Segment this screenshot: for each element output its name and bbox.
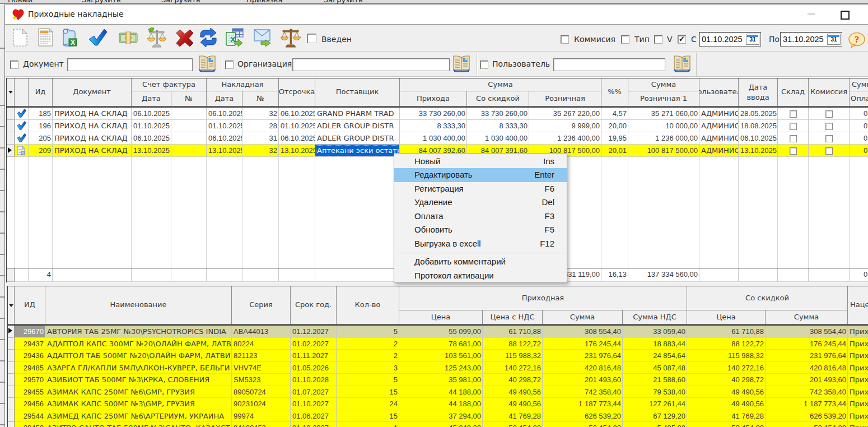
cell-summa[interactable]: 201 493,60: [543, 374, 623, 386]
cell-cena-nds[interactable]: 115 988,32: [483, 350, 543, 362]
cell-sf-no[interactable]: [171, 120, 207, 132]
group-header-summa[interactable]: Сумма: [400, 78, 601, 91]
column-header-nk-data[interactable]: Дата: [207, 91, 242, 106]
cell-srok[interactable]: 01.06.2027: [291, 410, 337, 423]
check-icon[interactable]: [88, 27, 108, 48]
group-header-prihodnaya[interactable]: Приходная: [399, 286, 687, 310]
cell-nacenka[interactable]: Приход: [848, 350, 868, 362]
user-checkbox[interactable]: [480, 61, 488, 71]
document-checkbox[interactable]: [10, 61, 18, 71]
cell-sk-cena[interactable]: 115 988,32: [687, 350, 766, 362]
cell-seriya[interactable]: 89050724: [232, 386, 291, 398]
cell-sk-summa[interactable]: 176 245,44: [766, 338, 848, 350]
cell-kolvo[interactable]: 5: [337, 374, 399, 386]
cell-srok[interactable]: 01.12.2027: [291, 326, 337, 338]
cell-summa[interactable]: 742 358,40: [543, 386, 623, 398]
column-header-nk-no[interactable]: №: [242, 91, 279, 106]
refresh-icon[interactable]: [198, 27, 218, 48]
cell-summa-nds[interactable]: 127 261,44: [623, 398, 687, 410]
column-header-komissiya[interactable]: Комиссия: [809, 78, 850, 106]
cell-seriya[interactable]: VHV74E: [232, 362, 291, 374]
cell-cena-nds[interactable]: 88 122,72: [483, 338, 543, 350]
cell-oplata[interactable]: 0,00: [850, 145, 868, 157]
column-header-polzovatel[interactable]: Пользователь: [699, 78, 739, 106]
cell-komissiya-checkbox[interactable]: [809, 120, 850, 132]
cell-roznichnaya-1[interactable]: 1 236 000,00: [628, 132, 699, 145]
column-header-data-vvoda[interactable]: Датаввода: [739, 78, 778, 106]
cell-nk-no[interactable]: 28: [242, 120, 279, 132]
cell-sf-no[interactable]: [171, 145, 207, 157]
help-question-icon[interactable]: ?: [848, 32, 866, 49]
grid-corner-cell[interactable]: [7, 78, 15, 106]
cell-sf-data[interactable]: 01.10.2025: [132, 120, 171, 132]
cell-id[interactable]: 29436: [15, 350, 45, 362]
cell-summa[interactable]: 50 454,88: [543, 422, 623, 427]
cell-summa-nds[interactable]: 18 883,44: [623, 338, 687, 350]
menu-item-new[interactable]: НовыйIns: [394, 155, 567, 169]
cell-sk-cena[interactable]: 41 769,28: [687, 410, 766, 423]
organization-input[interactable]: [292, 58, 450, 71]
cell-summa-nds[interactable]: 5 405,88: [623, 422, 687, 427]
entered-checkbox[interactable]: [307, 34, 316, 45]
cell-id[interactable]: 185: [29, 108, 53, 120]
cell-id[interactable]: 29456: [15, 398, 45, 410]
cell-name[interactable]: АЗИМАК КАПС 250МГ №6\GMP, ГРУЗИЯ: [45, 386, 232, 398]
column-header-icon[interactable]: [15, 78, 29, 106]
cell-summa-nds[interactable]: 24 854,64: [623, 350, 687, 362]
cell-srok[interactable]: 01.07.2027: [291, 386, 337, 398]
column-header-nacenka[interactable]: Наценка: [848, 286, 868, 324]
cell-data-vvoda[interactable]: 28.05.2025: [739, 108, 778, 120]
cell-roznichnaya-1[interactable]: 10 000,00: [628, 120, 699, 132]
cell-cena-nds[interactable]: 140 272,16: [483, 362, 543, 374]
cell-sf-data[interactable]: 13.10.2025: [132, 145, 171, 157]
cell-seriya[interactable]: 821123: [232, 350, 291, 362]
cell-polzovatel[interactable]: АДМИНИС: [699, 145, 739, 157]
money-icon[interactable]: [118, 27, 138, 48]
cell-sf-no[interactable]: [171, 108, 207, 120]
cell-id[interactable]: 29455: [15, 386, 45, 398]
cell-kolvo[interactable]: 15: [337, 386, 399, 398]
cell-nacenka[interactable]: Приход: [848, 410, 868, 423]
column-header-sk-summa[interactable]: Сумма: [766, 310, 848, 324]
scales-icon[interactable]: [281, 27, 301, 48]
cell-name[interactable]: АДАПТОЛ ТАБ 500МГ №20\ОЛАЙН ФАРМ, ЛАТВИ: [45, 350, 232, 362]
cell-sk-cena[interactable]: 49 490,56: [687, 386, 766, 398]
cell-cena-nds[interactable]: 49 490,56: [483, 398, 543, 410]
cell-roznichnaya-1[interactable]: 35 271 060,00: [628, 108, 699, 120]
cell-name[interactable]: АЗИМАК КАПС 500МГ №3\GMP, ГРУЗИЯ: [45, 398, 232, 410]
cell-data-vvoda[interactable]: 13.10.2025: [739, 145, 778, 157]
cell-sklad-checkbox[interactable]: [778, 132, 809, 145]
cell-id[interactable]: 29458: [15, 422, 45, 427]
cell-srok[interactable]: 01.05.2026: [291, 362, 337, 374]
calendar-button-to[interactable]: 31: [827, 34, 841, 45]
column-header-sk-cena[interactable]: Цена: [687, 310, 766, 324]
user-input[interactable]: [553, 58, 665, 71]
cell-nacenka[interactable]: Приход: [848, 362, 868, 374]
cell-id[interactable]: 209: [29, 145, 53, 157]
cell-nk-data[interactable]: 06.10.2025: [207, 132, 242, 145]
cell-pct[interactable]: 20,00: [601, 120, 628, 132]
cell-summa-nds[interactable]: 45 087,48: [623, 362, 687, 374]
group-header-summa-3[interactable]: Сумма: [850, 78, 868, 91]
cell-sk-summa[interactable]: 626 539,20: [766, 410, 848, 423]
cell-nk-no[interactable]: 32: [242, 108, 279, 120]
column-header-postavshik[interactable]: Поставщик: [315, 78, 400, 106]
column-header-prihoda[interactable]: Прихода: [400, 91, 467, 106]
cell-sk-cena[interactable]: 140 272,16: [687, 362, 766, 374]
cell-summa-nds[interactable]: 79 538,40: [623, 386, 687, 398]
delete-x-icon[interactable]: [175, 27, 195, 48]
cell-seriya[interactable]: SM5323: [232, 374, 291, 386]
cell-so-skidkoy[interactable]: 1 030 400,00: [467, 132, 529, 145]
cell-komissiya-checkbox[interactable]: [809, 132, 850, 145]
cell-id[interactable]: 29485: [15, 362, 45, 374]
cell-sk-cena[interactable]: 49 490,56: [687, 398, 766, 410]
column-header-name[interactable]: Наименование: [45, 286, 232, 324]
cell-so-skidkoy[interactable]: 8 333,30: [467, 120, 529, 132]
cell-nacenka[interactable]: Приход: [848, 422, 868, 427]
column-header-pct[interactable]: %%: [601, 78, 628, 106]
type-checkbox[interactable]: [621, 35, 629, 46]
document-book-icon[interactable]: [198, 55, 217, 73]
group-header-so-skidkoy[interactable]: Со скидкой: [687, 286, 848, 310]
menu-item-refresh[interactable]: ОбновитьF5: [394, 223, 567, 237]
column-header-dokument[interactable]: Документ: [53, 78, 132, 106]
